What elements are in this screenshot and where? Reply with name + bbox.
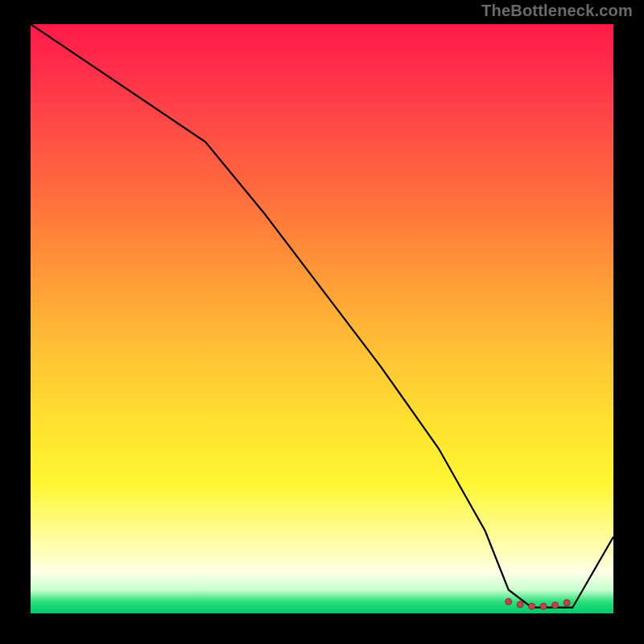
highlight-dot (506, 598, 512, 605)
chart-container: TheBottleneck.com (0, 0, 644, 644)
line-layer (31, 24, 613, 613)
highlight-dot (529, 603, 535, 609)
highlight-dot (552, 602, 559, 609)
highlight-dot (540, 603, 547, 609)
watermark-text: TheBottleneck.com (481, 2, 633, 20)
highlight-dot (517, 601, 523, 608)
bottleneck-curve (31, 24, 613, 608)
plot-area (31, 24, 613, 613)
highlight-dot (564, 600, 570, 606)
